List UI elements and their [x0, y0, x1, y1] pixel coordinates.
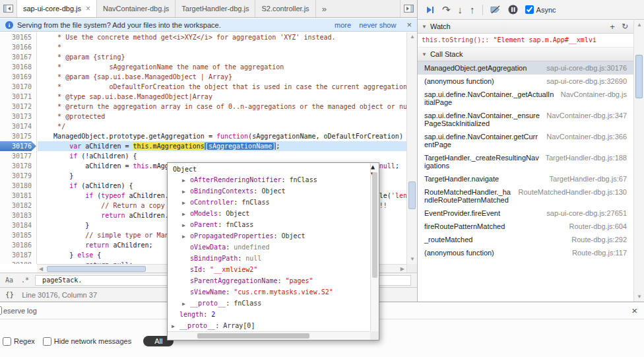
popup-array-footer: length: 2▶__proto__: Array[0] [168, 309, 379, 331]
expand-icon[interactable]: ▶ [182, 175, 190, 186]
scrollbar-thumb[interactable] [372, 172, 377, 278]
line-number[interactable]: 30183 [0, 211, 36, 220]
expand-icon[interactable]: ▶ [182, 209, 190, 220]
scroll-down-icon[interactable]: ▼ [637, 294, 642, 300]
callstack-frame[interactable]: Route-dbg.js:292_routeMatched [418, 233, 644, 246]
scroll-left-icon[interactable]: ◀ [39, 267, 43, 272]
property-value: 2 [211, 311, 215, 318]
resume-button[interactable] [424, 5, 435, 15]
line-number[interactable]: 30178 [0, 161, 36, 171]
hide-navigator-button[interactable] [0, 0, 17, 17]
expand-icon[interactable]: ▶ [182, 220, 190, 231]
expand-icon[interactable]: ▶ [182, 186, 190, 197]
scroll-up-icon[interactable]: ▲ [371, 163, 375, 170]
editor-vertical-scrollbar[interactable]: ▲ ▼ [406, 32, 417, 264]
line-number[interactable]: 30181 [0, 191, 36, 201]
callstack-frame[interactable]: NavContainer-dbg.jssap.ui.define.NavCont… [418, 88, 644, 109]
line-number[interactable]: 30173 [0, 112, 36, 121]
line-number[interactable]: 30168 [0, 62, 36, 72]
regex-checkbox[interactable] [3, 337, 11, 346]
frame-location: sap-ui-core-dbg.js:27651 [546, 209, 627, 217]
expand-icon[interactable]: ▶ [182, 231, 190, 242]
show-panel-button[interactable] [400, 0, 417, 17]
callstack-frame[interactable]: sap-ui-core-dbg.js:32690(anonymous funct… [418, 75, 644, 88]
callstack-frame[interactable]: Router-dbg.js:604fireRoutePatternMatched [418, 220, 644, 233]
scroll-up-icon[interactable]: ▲ [637, 22, 642, 28]
line-number[interactable]: 30179 [0, 171, 36, 181]
callstack-frame[interactable]: TargetHandler-dbg.js:188TargetHandler._c… [418, 151, 644, 172]
collapse-icon[interactable]: ▼ [422, 24, 427, 30]
property-name: oPropagatedProperties [190, 232, 273, 240]
watch-expression-row[interactable]: this.toString();: "Element sap.m.App#__x… [418, 34, 644, 48]
tab-overflow-icon[interactable]: » [316, 4, 333, 14]
popup-vertical-scrollbar[interactable]: ▲ ▼ [370, 163, 379, 331]
callstack-frame[interactable]: sap-ui-core-dbg.js:27651EventProvider.fi… [418, 207, 644, 220]
drawer-close-icon[interactable]: × [631, 305, 637, 316]
infobar-more-link[interactable]: more [335, 21, 351, 29]
line-number[interactable]: 30169 [0, 72, 36, 82]
popup-hor-scrollbar[interactable] [168, 331, 370, 340]
line-number[interactable]: 30174 [0, 121, 36, 131]
hide-network-checkbox[interactable] [43, 337, 51, 346]
line-number[interactable]: 30166 [0, 42, 36, 52]
expand-icon[interactable]: ▶ [172, 321, 179, 332]
step-over-button[interactable]: ↷ [442, 5, 451, 15]
scrollbar-thumb[interactable] [635, 55, 643, 98]
tab-targethandler-dbg[interactable]: TargetHandler-dbg.js [176, 0, 255, 17]
scroll-right-icon[interactable]: ▶ [401, 267, 404, 272]
collapse-icon[interactable]: ▼ [422, 51, 427, 57]
line-number[interactable]: 30176 [0, 141, 36, 151]
line-number[interactable]: 30184 [0, 220, 36, 230]
line-number[interactable]: 30170 [0, 82, 36, 92]
line-number[interactable]: 30172 [0, 102, 36, 112]
pretty-print-button[interactable]: {} [5, 290, 14, 299]
tab-label: NavContainer-dbg.js [103, 5, 169, 13]
refresh-watch-icon[interactable]: ↻ [622, 22, 628, 31]
expand-icon[interactable]: ▶ [182, 298, 190, 309]
async-checkbox[interactable] [525, 5, 534, 14]
infobar-close-icon[interactable]: × [406, 20, 412, 30]
infobar-never-show-link[interactable]: never show [359, 21, 396, 29]
pause-on-exceptions-button[interactable] [508, 5, 518, 15]
line-number[interactable]: 30188 [0, 260, 36, 264]
callstack-frame[interactable]: sap-ui-core-dbg.js:30176ManagedObject.ge… [418, 61, 644, 75]
tab-navcontainer-dbg[interactable]: NavContainer-dbg.js [97, 0, 176, 17]
scrollbar-thumb[interactable] [197, 333, 309, 339]
callstack-frame[interactable]: RouteMatchedHandler-dbg.js:130RouteMatch… [418, 185, 644, 207]
line-number[interactable]: 30185 [0, 230, 36, 240]
match-case-toggle[interactable]: Aa [3, 276, 15, 284]
callstack-section-header[interactable]: ▼ Call Stack [418, 48, 644, 61]
expand-icon[interactable]: ▶ [182, 197, 190, 209]
scroll-down-icon[interactable]: ▼ [410, 257, 415, 262]
preserve-log-checkbox[interactable] [0, 306, 2, 315]
frame-location: NavContainer-dbg.js:366 [546, 133, 627, 141]
tab-close-icon[interactable]: × [86, 5, 90, 13]
callstack-frame[interactable]: Route-dbg.js:117(anonymous function) [418, 246, 644, 259]
step-into-button[interactable]: ↓ [458, 5, 463, 15]
step-out-button[interactable]: ↑ [470, 5, 475, 15]
tab-sap-ui-core-dbg[interactable]: sap-ui-core-dbg.js × [17, 0, 97, 17]
line-number[interactable]: 30171 [0, 92, 36, 102]
line-number-gutter[interactable]: 3016530166301673016830169301703017130172… [0, 32, 37, 264]
watch-section-header[interactable]: ▼ Watch + ↻ [418, 20, 644, 34]
popup-property-row: sViewName: "cus.crm.mytasks.view.S2" [168, 286, 379, 298]
callstack-frame[interactable]: NavContainer-dbg.js:366sap.ui.define.Nav… [418, 130, 644, 151]
tab-s2-controller[interactable]: S2.controller.js [255, 0, 315, 17]
line-number[interactable]: 30186 [0, 240, 36, 250]
callstack-frame[interactable]: NavContainer-dbg.js:347sap.ui.define.Nav… [418, 109, 644, 130]
add-watch-icon[interactable]: + [610, 22, 615, 31]
line-number[interactable]: 30182 [0, 201, 36, 211]
line-number[interactable]: 30165 [0, 32, 36, 42]
line-number[interactable]: 30180 [0, 181, 36, 191]
line-number[interactable]: 30177 [0, 151, 36, 161]
scrollbar-thumb[interactable] [408, 181, 416, 209]
scroll-up-icon[interactable]: ▲ [410, 34, 415, 40]
callstack-frame[interactable]: TargetHandler-dbg.js:67TargetHandler.nav… [418, 172, 644, 185]
scrollbar-thumb[interactable] [47, 266, 146, 272]
sidebar-vertical-scrollbar[interactable]: ▲ ▼ [633, 20, 644, 302]
deactivate-breakpoints-button[interactable] [490, 5, 501, 14]
line-number[interactable]: 30167 [0, 52, 36, 62]
line-number[interactable]: 30187 [0, 250, 36, 260]
line-number[interactable]: 30175 [0, 131, 36, 141]
regex-toggle[interactable]: .* [19, 276, 31, 284]
